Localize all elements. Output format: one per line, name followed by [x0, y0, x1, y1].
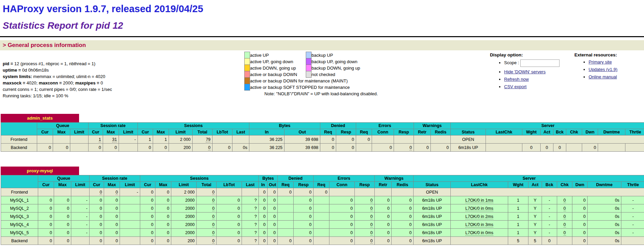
- table-column-header-row: CurMaxLimitCurMaxLimitCurMaxLimitTotalLb…: [1, 129, 644, 135]
- stat-cell: 2000: [171, 221, 197, 229]
- column-header: Max: [53, 129, 70, 135]
- process-info-value: 4020;: [26, 80, 39, 85]
- stat-cell: 0: [140, 212, 155, 221]
- column-header: Cur: [89, 129, 103, 135]
- stat-cell: 0: [329, 221, 355, 229]
- column-header: Max: [103, 129, 119, 135]
- column-header: Resp: [355, 182, 375, 188]
- stat-cell: 0: [104, 204, 120, 212]
- stat-cell: [278, 196, 294, 204]
- stat-cell: 2000: [171, 196, 197, 204]
- stat-cell: 0: [557, 221, 572, 229]
- row-name: MySQL_2: [1, 204, 38, 212]
- stat-cell: 0: [104, 237, 120, 245]
- table-row-frontend: Frontend00-002 000000000OPEN: [1, 188, 644, 196]
- stat-cell: 0: [294, 221, 314, 229]
- tooltip-value: 0: [212, 214, 215, 219]
- process-info-value: 0d 0h06m18s: [22, 68, 49, 73]
- scope-input[interactable]: [520, 59, 560, 67]
- stat-cell: 0: [572, 196, 588, 204]
- stat-cell: 0: [372, 144, 394, 152]
- stat-cell: 0: [541, 144, 553, 152]
- stat-cell: 0: [375, 204, 392, 212]
- column-header: Conn: [329, 182, 355, 188]
- stat-cell: [120, 221, 140, 229]
- stat-cell: 0: [522, 144, 541, 152]
- stat-cell: -: [71, 229, 90, 237]
- stat-cell: 0: [259, 237, 268, 245]
- stat-cell: -: [621, 229, 644, 237]
- stat-cell: 6m18s UP: [451, 144, 486, 152]
- proxy-title-admin_stats[interactable]: admin_stats: [1, 114, 79, 122]
- stat-cell: 0: [217, 237, 242, 245]
- stat-cell: 0: [54, 237, 71, 245]
- tooltip-value: 0: [100, 190, 102, 195]
- column-group-header: Denied: [278, 175, 314, 182]
- tooltip-value: 0: [212, 239, 215, 244]
- haproxy-version-link[interactable]: HAProxy version 1.9.7, released 2019/04/…: [3, 3, 203, 14]
- column-group-header: Session rate: [90, 175, 140, 182]
- stat-cell: 0: [104, 188, 120, 196]
- stat-cell: 2 000: [171, 188, 197, 196]
- stat-cell: 0: [278, 188, 294, 196]
- display-option-link[interactable]: Refresh now: [504, 77, 529, 82]
- stat-cell: 0: [329, 196, 355, 204]
- table-row-backend: Backend000000200000s36 22539 6980000006m…: [1, 144, 644, 152]
- stat-cell: 0: [553, 144, 566, 152]
- tooltip-value: 0: [564, 206, 566, 211]
- stat-cell: 0: [375, 196, 392, 204]
- stat-cell: 0: [213, 144, 232, 152]
- column-header: Limit: [71, 182, 90, 188]
- external-resource-link[interactable]: Primary site: [589, 59, 612, 65]
- stat-cell: 0: [392, 196, 414, 204]
- column-header: Req: [356, 129, 372, 135]
- stat-cell: -: [119, 135, 138, 144]
- stat-cell: [314, 196, 329, 204]
- tooltip-value: 0: [116, 190, 118, 195]
- row-name: Backend: [1, 144, 37, 152]
- column-header: Req: [278, 182, 294, 188]
- column-header: Resp: [394, 129, 414, 135]
- column-header: Last: [242, 182, 259, 188]
- process-info-value: 0: [100, 80, 103, 85]
- stat-cell: [217, 188, 242, 196]
- stat-cell: [37, 135, 53, 144]
- stat-cell: 0: [294, 188, 314, 196]
- stat-cell: 0: [268, 204, 278, 212]
- stat-cell: 0: [259, 204, 268, 212]
- external-resource-link[interactable]: Online manual: [589, 74, 617, 79]
- stat-cell: 1: [153, 135, 169, 144]
- column-group-header: Queue: [37, 123, 89, 129]
- stat-cell: 79: [193, 135, 213, 144]
- stats-tables-container: admin_statsQueueSession rateSessionsByte…: [1, 114, 643, 245]
- stat-cell: 39 698: [284, 135, 320, 144]
- legend-label: active or backup DOWN for maintenance (M…: [250, 78, 360, 84]
- proxy-title-proxy-mysql[interactable]: proxy-mysql: [1, 167, 79, 175]
- stat-cell: 0: [268, 196, 278, 204]
- stat-cell: [621, 237, 644, 245]
- stat-cell: OPEN: [451, 135, 486, 144]
- stat-cell: -: [71, 204, 90, 212]
- stat-cell: [278, 221, 294, 229]
- stat-cell: 0: [557, 212, 572, 221]
- external-resource-link[interactable]: Updates (v1.9): [589, 67, 617, 72]
- external-resources-list: Primary siteUpdates (v1.9)Online manual: [574, 59, 644, 79]
- stat-cell: 5: [528, 237, 542, 245]
- stat-cell: 0: [197, 237, 217, 245]
- legend-label: active UP, going down: [250, 58, 306, 65]
- display-option-link[interactable]: Hide 'DOWN' servers: [504, 69, 546, 74]
- column-header: LastChk: [451, 182, 508, 188]
- external-resource-item: Online manual: [589, 74, 644, 79]
- stat-cell: 0: [53, 144, 70, 152]
- stat-cell: 0: [193, 144, 213, 152]
- column-header: Thrtle: [621, 182, 644, 188]
- tooltip-value: 31: [112, 137, 117, 142]
- legend-swatch: [245, 58, 250, 65]
- stat-cell: -: [542, 221, 557, 229]
- display-option-link[interactable]: CSV export: [504, 84, 526, 89]
- legend-swatch: [245, 52, 250, 58]
- stat-cell: 0: [557, 196, 572, 204]
- display-options-heading: Display option:: [490, 52, 574, 57]
- header-info-row: pid = 12 (process #1, nbproc = 1, nbthre…: [0, 50, 644, 99]
- stat-cell: 0: [217, 221, 242, 229]
